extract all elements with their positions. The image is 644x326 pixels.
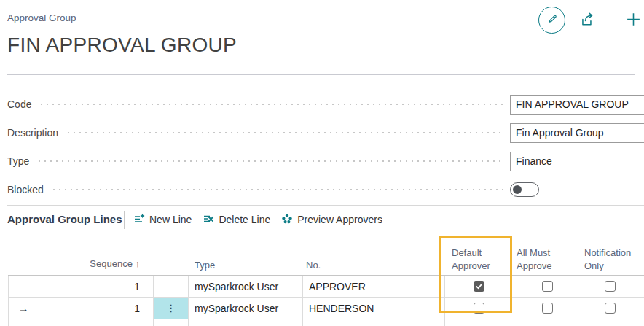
- toolbar-divider: [124, 211, 125, 229]
- column-header-type[interactable]: Type: [195, 259, 215, 272]
- default-approver-checkbox[interactable]: [474, 303, 484, 314]
- share-button[interactable]: [579, 11, 595, 29]
- description-field-row: Description: [7, 123, 644, 143]
- title-separator: [7, 74, 635, 75]
- no-cell[interactable]: APPROVER: [309, 281, 366, 292]
- blocked-toggle-wrap: [510, 182, 644, 197]
- toggle-knob-icon: [513, 185, 522, 194]
- column-header-all-must-approve[interactable]: All Must Approve: [517, 247, 569, 272]
- delete-line-button[interactable]: Delete Line: [203, 213, 270, 227]
- all-must-approve-cell: [514, 276, 581, 297]
- table-top-separator: [7, 233, 644, 233]
- all-must-approve-cell: [514, 298, 581, 319]
- default-approver-cell: [444, 298, 514, 319]
- dotted-leader: [39, 94, 503, 115]
- column-header-default-approver[interactable]: Default Approver: [452, 247, 504, 272]
- header-actions: [538, 7, 642, 34]
- row-options-cell[interactable]: ⋮: [154, 298, 188, 319]
- column-header-no[interactable]: No.: [306, 259, 321, 272]
- section-title: Approval Group Lines: [7, 213, 122, 225]
- notification-only-checkbox[interactable]: [605, 303, 616, 314]
- notification-only-cell: [581, 276, 640, 297]
- new-line-button[interactable]: New Line: [133, 213, 192, 227]
- description-input[interactable]: [510, 123, 644, 143]
- column-header-notification-only[interactable]: Notification Only: [584, 247, 644, 272]
- grid-line: [8, 276, 9, 326]
- row-options-cell[interactable]: ⋮: [154, 276, 188, 297]
- plus-icon: [625, 11, 642, 30]
- dotted-leader: [36, 151, 503, 171]
- type-field-row: Type: [7, 151, 644, 171]
- blocked-field-row: Blocked: [7, 179, 644, 200]
- page-caption: Approval Group: [7, 12, 76, 23]
- delete-line-icon: [203, 213, 214, 227]
- notification-only-cell: [581, 298, 640, 319]
- ellipsis-icon: ⋮: [166, 303, 176, 313]
- grid-line: [188, 276, 189, 326]
- preview-approvers-button[interactable]: Preview Approvers: [281, 213, 382, 227]
- new-line-icon: [133, 213, 145, 227]
- page-title: FIN APPROVAL GROUP: [7, 34, 237, 57]
- grid-line: [302, 276, 303, 326]
- default-approver-cell: [444, 276, 514, 297]
- pencil-icon: [546, 12, 559, 28]
- type-label: Type: [7, 155, 29, 167]
- grid-line: [640, 276, 640, 326]
- share-icon: [579, 11, 595, 29]
- edit-button[interactable]: [538, 7, 565, 34]
- description-label: Description: [7, 127, 58, 139]
- preview-approvers-label: Preview Approvers: [297, 214, 382, 225]
- grid-line: [8, 319, 644, 319]
- sequence-cell[interactable]: 1: [39, 303, 140, 314]
- add-button[interactable]: [625, 11, 642, 30]
- preview-approvers-icon: [281, 213, 293, 227]
- dotted-leader: [51, 179, 503, 200]
- all-must-approve-checkbox[interactable]: [542, 281, 553, 292]
- checkmark-icon: [475, 282, 483, 290]
- dotted-leader: [66, 123, 503, 143]
- no-cell[interactable]: HENDERSON: [309, 303, 374, 314]
- approval-group-page: Approval Group: [0, 0, 644, 326]
- default-approver-checkbox[interactable]: [474, 281, 484, 292]
- blocked-toggle[interactable]: [510, 182, 539, 197]
- column-header-sequence[interactable]: Sequence ↑: [39, 257, 140, 271]
- sequence-header-label: Sequence: [90, 258, 133, 269]
- all-must-approve-checkbox[interactable]: [542, 303, 553, 314]
- section-separator: [7, 205, 644, 206]
- notification-only-checkbox[interactable]: [605, 281, 616, 292]
- delete-line-label: Delete Line: [219, 214, 270, 225]
- code-input[interactable]: [510, 95, 644, 115]
- sort-ascending-icon: ↑: [136, 258, 141, 269]
- code-label: Code: [7, 98, 31, 110]
- type-input[interactable]: [510, 152, 644, 171]
- new-line-label: New Line: [149, 214, 192, 225]
- type-cell[interactable]: mySparkrock User: [195, 281, 278, 292]
- sequence-cell[interactable]: 1: [39, 281, 140, 292]
- code-field-row: Code: [7, 94, 644, 115]
- type-cell[interactable]: mySparkrock User: [195, 303, 278, 314]
- lines-toolbar: New Line Delete Line Previe: [133, 210, 382, 229]
- row-selector-cell[interactable]: →: [8, 302, 39, 314]
- blocked-label: Blocked: [7, 184, 44, 195]
